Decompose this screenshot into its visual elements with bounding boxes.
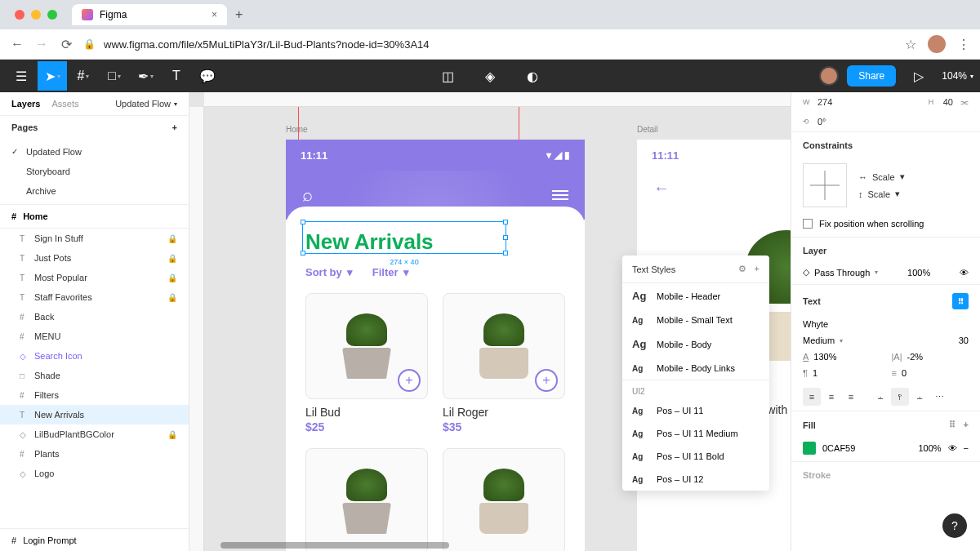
layers-tab[interactable]: Layers	[11, 99, 40, 109]
lock-icon[interactable]: 🔒	[167, 254, 177, 263]
fill-opacity-input[interactable]: 100%	[918, 443, 941, 453]
page-archive[interactable]: Archive	[0, 181, 189, 201]
back-button[interactable]: ←	[10, 37, 24, 51]
mask-tool[interactable]: ◈	[475, 61, 505, 91]
component-tool[interactable]: ◫	[433, 61, 462, 91]
frame-login-layer[interactable]: # Login Prompt	[0, 528, 189, 551]
layer-opacity[interactable]: 100%	[907, 268, 930, 278]
back-arrow-icon[interactable]: ←	[637, 171, 791, 206]
frame-tool[interactable]: #▾	[69, 61, 98, 91]
layer-item[interactable]: ◇LilBudPlantBGColor🔒	[0, 424, 189, 444]
lock-icon[interactable]: 🔒	[167, 234, 177, 243]
align-middle-button[interactable]: ⫯	[891, 388, 909, 406]
para-indent-input[interactable]: 0	[902, 368, 906, 378]
share-button[interactable]: Share	[847, 65, 896, 87]
fill-hex-input[interactable]: 0CAF59	[822, 443, 855, 453]
move-tool[interactable]: ➤▾	[38, 61, 67, 91]
layer-item[interactable]: TJust Pots🔒	[0, 248, 189, 268]
browser-tab[interactable]: Figma ×	[72, 4, 227, 25]
font-weight-select[interactable]: Medium ▾	[803, 335, 880, 345]
text-style-item[interactable]: AgMobile - Small Text	[622, 309, 769, 331]
text-style-item[interactable]: AgMobile - Body	[622, 331, 769, 357]
add-page-button[interactable]: +	[172, 122, 177, 132]
selection-outline[interactable]: 274 × 40	[302, 221, 506, 254]
text-style-item[interactable]: AgPos – UI 11 Medium	[622, 422, 769, 445]
window-close[interactable]	[15, 10, 24, 20]
text-style-item[interactable]: AgPos – UI 12	[622, 468, 769, 491]
remove-fill-icon[interactable]: −	[964, 443, 969, 453]
constraint-v-select[interactable]: ↕ Scale ▾	[858, 189, 905, 199]
layer-item[interactable]: □Shade	[0, 366, 189, 385]
layer-item[interactable]: TSign In Stuff🔒	[0, 229, 189, 248]
page-updated-flow[interactable]: Updated Flow	[0, 142, 189, 162]
url-text[interactable]: www.figma.com/file/x5MuLtiPlaY3r/Lil-Bud…	[104, 38, 430, 51]
fill-visibility-icon[interactable]: 👁	[948, 443, 957, 453]
artboard-home[interactable]: 11:11 ▾ ◢ ▮ ⌕ 274	[286, 140, 585, 551]
new-tab-button[interactable]: +	[235, 7, 243, 22]
page-storyboard[interactable]: Storyboard	[0, 162, 189, 181]
add-to-cart-icon[interactable]: +	[398, 369, 421, 392]
reload-button[interactable]: ⟳	[59, 37, 74, 51]
shape-tool[interactable]: □▾	[100, 61, 129, 91]
hamburger-icon[interactable]	[552, 190, 568, 200]
align-bottom-button[interactable]: ⫠	[911, 388, 929, 406]
align-top-button[interactable]: ⫠	[871, 388, 889, 406]
browser-menu-icon[interactable]: ⋮	[957, 37, 970, 52]
align-left-button[interactable]: ≡	[803, 388, 821, 406]
tab-close-icon[interactable]: ×	[212, 9, 217, 20]
present-button[interactable]: ▷	[904, 61, 933, 91]
layer-item[interactable]: TNew Arrivals	[0, 405, 189, 424]
text-tool[interactable]: T	[162, 61, 191, 91]
text-style-item[interactable]: AgMobile - Body Links	[622, 357, 769, 380]
font-family-select[interactable]: Whyte	[803, 319, 969, 329]
bookmark-icon[interactable]: ☆	[905, 37, 916, 52]
layer-item[interactable]: TMost Popular🔒	[0, 268, 189, 287]
canvas[interactable]: Home Detail 11:11 ▾ ◢ ▮ ⌕	[189, 92, 791, 551]
text-style-item[interactable]: AgPos – UI 11 Bold	[622, 445, 769, 468]
help-button[interactable]: ?	[942, 513, 967, 538]
pen-tool[interactable]: ✒▾	[131, 61, 160, 91]
lock-icon[interactable]: 🔒	[167, 430, 177, 439]
product-card[interactable]: + Lil Roger $35	[443, 293, 565, 433]
add-style-icon[interactable]: +	[755, 264, 760, 274]
layer-item[interactable]: TStaff Favorites🔒	[0, 287, 189, 307]
layer-item[interactable]: #Back	[0, 307, 189, 327]
boolean-tool[interactable]: ◐	[518, 61, 547, 91]
rotation-input[interactable]: 0°	[817, 117, 826, 127]
layer-item[interactable]: #MENU	[0, 327, 189, 346]
frame-label-detail[interactable]: Detail	[637, 125, 658, 134]
align-right-button[interactable]: ≡	[842, 388, 860, 406]
line-height-input[interactable]: 130%	[813, 352, 836, 362]
visibility-icon[interactable]: 👁	[960, 268, 969, 278]
sort-by-button[interactable]: Sort by ▾	[305, 266, 353, 278]
assets-tab[interactable]: Assets	[51, 99, 78, 109]
flow-dropdown[interactable]: Updated Flow ▾	[115, 99, 177, 109]
lock-icon[interactable]: 🔒	[167, 293, 177, 302]
constraint-widget[interactable]	[803, 163, 847, 207]
window-maximize[interactable]	[47, 10, 57, 20]
link-dimensions-icon[interactable]: ⫘	[960, 97, 969, 107]
align-center-button[interactable]: ≡	[822, 388, 840, 406]
comment-tool[interactable]: 💬	[193, 61, 222, 91]
add-fill-icon[interactable]: +	[964, 420, 969, 430]
layer-item[interactable]: ◇Logo	[0, 464, 189, 483]
product-card[interactable]	[305, 448, 428, 551]
product-card[interactable]: + Lil Bud $25	[305, 293, 428, 433]
filter-button[interactable]: Filter ▾	[372, 266, 409, 278]
profile-avatar[interactable]	[928, 35, 946, 53]
layer-item[interactable]: #Plants	[0, 444, 189, 464]
blend-mode-select[interactable]: Pass Through	[814, 268, 870, 278]
frame-home-layer[interactable]: # Home	[0, 204, 189, 229]
user-avatar[interactable]	[819, 66, 839, 86]
constraint-h-select[interactable]: ↔ Scale ▾	[858, 171, 905, 182]
product-card[interactable]	[443, 448, 565, 551]
search-icon[interactable]: ⌕	[302, 184, 313, 206]
font-size-input[interactable]: 30	[892, 335, 969, 345]
fill-style-icon[interactable]: ⠿	[949, 420, 956, 430]
zoom-control[interactable]: 104%▾	[942, 70, 973, 82]
frame-label-home[interactable]: Home	[286, 125, 308, 134]
para-spacing-input[interactable]: 1	[813, 368, 817, 378]
forward-button[interactable]: →	[34, 37, 49, 51]
text-style-button[interactable]: ⠿	[952, 293, 969, 309]
text-style-item[interactable]: AgMobile - Header	[622, 283, 769, 309]
